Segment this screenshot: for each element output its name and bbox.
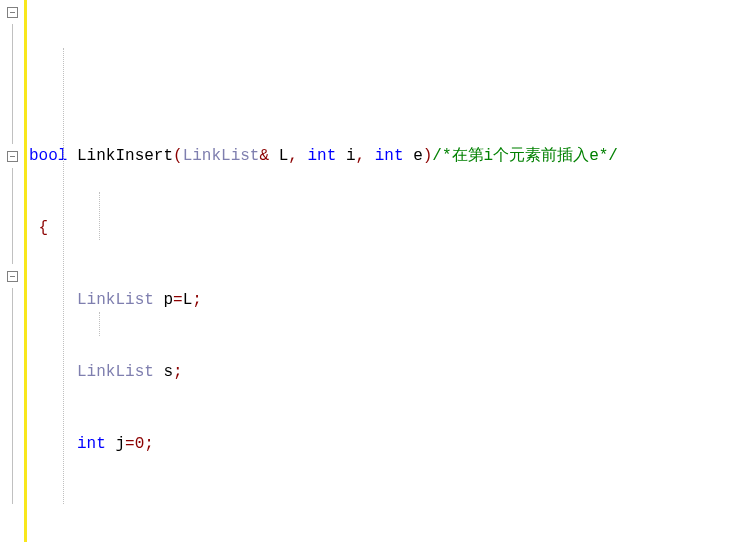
code-line (29, 504, 746, 528)
code-line: LinkList s; (29, 360, 746, 384)
fold-gutter (0, 0, 24, 542)
code-line: { (29, 216, 746, 240)
code-area[interactable]: bool LinkInsert(LinkList& L, int i, int … (24, 0, 746, 542)
fold-icon[interactable] (7, 271, 18, 282)
code-line: LinkList p=L; (29, 288, 746, 312)
fold-icon[interactable] (7, 151, 18, 162)
code-editor: bool LinkInsert(LinkList& L, int i, int … (0, 0, 746, 542)
code-line: bool LinkInsert(LinkList& L, int i, int … (29, 144, 746, 168)
code-line: int j=0; (29, 432, 746, 456)
fold-icon[interactable] (7, 7, 18, 18)
